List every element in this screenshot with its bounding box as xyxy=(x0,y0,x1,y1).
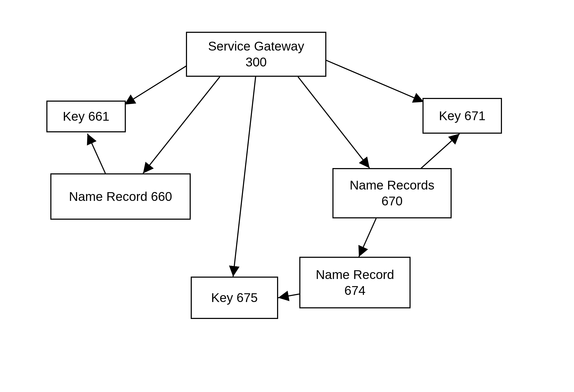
svg-line-6 xyxy=(420,134,460,169)
node-label: Name Record xyxy=(316,267,394,283)
svg-line-3 xyxy=(298,77,370,168)
node-label: Key 671 xyxy=(439,108,486,124)
svg-line-8 xyxy=(278,294,301,298)
svg-line-4 xyxy=(324,60,424,102)
node-key-675: Key 675 xyxy=(191,277,278,319)
node-label: Name Record 660 xyxy=(69,189,172,205)
node-name-records-670: Name Records 670 xyxy=(332,168,452,218)
svg-line-7 xyxy=(359,218,376,257)
node-label: 674 xyxy=(344,283,366,299)
node-label: Key 675 xyxy=(211,290,258,306)
node-key-671: Key 671 xyxy=(422,98,502,134)
node-label: Service Gateway xyxy=(208,38,304,54)
node-service-gateway: Service Gateway 300 xyxy=(186,32,326,77)
node-label: 300 xyxy=(246,54,267,70)
node-key-661: Key 661 xyxy=(46,101,126,132)
node-label: Key 661 xyxy=(63,109,109,124)
node-label: Name Records xyxy=(350,177,434,193)
svg-line-2 xyxy=(233,77,256,277)
node-name-record-660: Name Record 660 xyxy=(50,173,191,220)
svg-line-1 xyxy=(143,77,220,173)
node-name-record-674: Name Record 674 xyxy=(299,257,411,308)
svg-line-5 xyxy=(87,134,106,175)
node-label: 670 xyxy=(381,193,403,209)
svg-line-0 xyxy=(124,65,188,105)
